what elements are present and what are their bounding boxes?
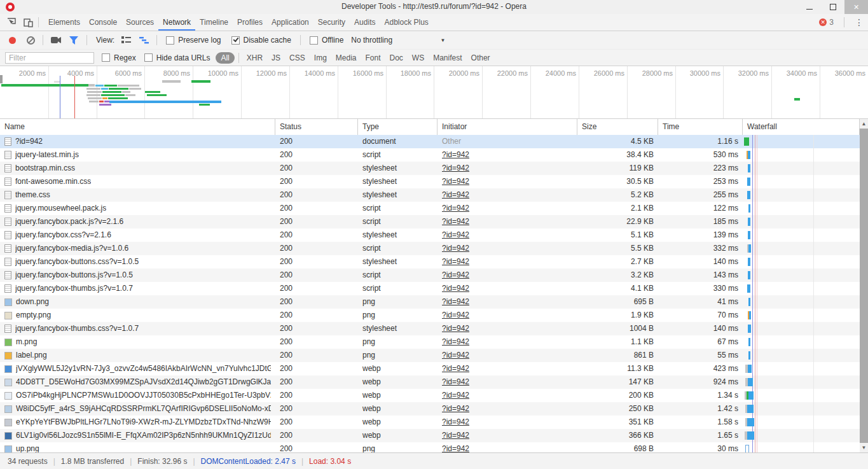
table-row[interactable]: ?id=942200documentOther4.5 KB1.16 s <box>0 135 868 148</box>
table-row[interactable]: jquery.fancybox-thumbs.js?v=1.0.7200scri… <box>0 282 868 295</box>
scroll-up-icon[interactable]: ▲ <box>860 119 868 129</box>
tab-profiles[interactable]: Profiles <box>233 14 267 31</box>
initiator-link[interactable]: ?id=942 <box>442 444 469 452</box>
screenshot-camera-icon[interactable] <box>51 35 61 45</box>
initiator-link[interactable]: ?id=942 <box>442 404 469 413</box>
column-header-initiator[interactable]: Initiator <box>437 119 577 135</box>
initiator-link[interactable]: ?id=942 <box>442 311 469 319</box>
scroll-down-icon[interactable]: ▼ <box>860 443 868 452</box>
filter-input[interactable] <box>5 52 94 64</box>
table-row[interactable]: theme.css200stylesheet?id=9425.2 KB255 m… <box>0 188 868 202</box>
initiator-link[interactable]: ?id=942 <box>442 177 469 186</box>
table-row[interactable]: 4DD8TT_D5EWoHd7G03MX99MZSpAJVsdX2d14QJiw… <box>0 375 868 389</box>
table-row[interactable]: jquery.fancybox.pack.js?v=2.1.6200script… <box>0 215 868 228</box>
preserve-log-checkbox[interactable]: Preserve log <box>166 36 221 45</box>
minimize-button[interactable] <box>797 0 821 14</box>
initiator-link[interactable]: ?id=942 <box>442 431 469 440</box>
table-row[interactable]: m.png200png?id=9421.1 KB67 ms <box>0 335 868 349</box>
initiator-link[interactable]: ?id=942 <box>442 364 469 373</box>
initiator-link[interactable]: ?id=942 <box>442 284 469 293</box>
initiator-link[interactable]: ?id=942 <box>442 417 469 426</box>
initiator-link[interactable]: ?id=942 <box>442 204 469 213</box>
table-row[interactable]: empty.png200png?id=9421.9 KB70 ms <box>0 309 868 322</box>
initiator-link[interactable]: ?id=942 <box>442 391 469 400</box>
table-row[interactable]: jVXglyWWL5J2y1vRN-7Jy3_ozvvZc4w5486IAkbA… <box>0 362 868 375</box>
offline-checkbox[interactable]: Offline <box>310 36 343 45</box>
table-row[interactable]: font-awesome.min.css200stylesheet?id=942… <box>0 175 868 188</box>
table-row[interactable]: 6LV1ig0vl56LJozc9S1n55lMI-E_FfqXAm02IP3p… <box>0 429 868 442</box>
record-button[interactable] <box>9 37 16 44</box>
tab-security[interactable]: Security <box>313 14 350 31</box>
initiator-link[interactable]: ?id=942 <box>442 217 469 226</box>
initiator-link[interactable]: ?id=942 <box>442 337 469 346</box>
table-row[interactable]: jquery.fancybox-buttons.js?v=1.0.5200scr… <box>0 269 868 282</box>
table-row[interactable]: jquery.fancybox.css?v=2.1.6200stylesheet… <box>0 228 868 242</box>
initiator-link[interactable]: ?id=942 <box>442 257 469 266</box>
filter-funnel-icon[interactable] <box>69 35 79 45</box>
column-header-size[interactable]: Size <box>577 119 658 135</box>
scrollbar-thumb[interactable] <box>860 129 868 443</box>
menu-kebab-icon[interactable]: ⋮ <box>855 17 863 27</box>
tab-audits[interactable]: Audits <box>350 14 380 31</box>
filter-type-other[interactable]: Other <box>467 53 495 62</box>
column-header-status[interactable]: Status <box>275 119 358 135</box>
initiator-link[interactable]: ?id=942 <box>442 297 469 306</box>
table-row[interactable]: jquery.fancybox-buttons.css?v=1.0.5200st… <box>0 255 868 269</box>
column-header-waterfall[interactable]: Waterfall <box>743 119 860 135</box>
filter-type-ws[interactable]: WS <box>408 53 429 62</box>
error-badge-icon[interactable]: ✕ <box>819 18 827 26</box>
table-row[interactable]: bootstrap.min.css200stylesheet?id=942119… <box>0 162 868 175</box>
table-row[interactable]: jquery.fancybox-media.js?v=1.0.6200scrip… <box>0 242 868 255</box>
regex-checkbox[interactable]: Regex <box>102 53 136 62</box>
device-toolbar-icon[interactable] <box>23 17 33 27</box>
vertical-scrollbar[interactable]: ▲ ▼ <box>860 119 868 452</box>
restore-button[interactable] <box>821 0 844 14</box>
tab-sources[interactable]: Sources <box>121 14 158 31</box>
filter-type-media[interactable]: Media <box>331 53 361 62</box>
tab-network[interactable]: Network <box>158 14 195 31</box>
filter-type-xhr[interactable]: XHR <box>242 53 267 62</box>
initiator-link[interactable]: ?id=942 <box>442 164 469 172</box>
table-row[interactable]: OS7iPb4kgHjPLNCP7MSWu1D0OOVJJT05030B5cPx… <box>0 389 868 402</box>
filter-type-manifest[interactable]: Manifest <box>429 53 466 62</box>
initiator-link[interactable]: ?id=942 <box>442 377 469 386</box>
network-overview-timeline[interactable]: 2000 ms4000 ms6000 ms8000 ms10000 ms1200… <box>0 66 868 119</box>
initiator-link[interactable]: ?id=942 <box>442 351 469 360</box>
view-list-icon[interactable] <box>121 35 131 45</box>
table-row[interactable]: down.png200png?id=942695 B41 ms <box>0 295 868 309</box>
table-row[interactable]: eYKpYeYtFBWJbPltLHGr7LNoT9i9-XWzR-mJ-ZLY… <box>0 416 868 429</box>
filter-type-css[interactable]: CSS <box>285 53 310 62</box>
initiator-link[interactable]: ?id=942 <box>442 190 469 199</box>
table-row[interactable]: label.png200png?id=942861 B55 ms <box>0 349 868 362</box>
inspect-element-icon[interactable] <box>6 17 17 27</box>
initiator-link[interactable]: ?id=942 <box>442 150 469 159</box>
column-header-type[interactable]: Type <box>358 119 437 135</box>
tab-adblock-plus[interactable]: Adblock Plus <box>380 14 432 31</box>
initiator-link[interactable]: ?id=942 <box>442 270 469 279</box>
tab-console[interactable]: Console <box>85 14 121 31</box>
table-row[interactable]: up.png200png?id=942698 B30 ms <box>0 442 868 452</box>
initiator-link[interactable]: ?id=942 <box>442 324 469 333</box>
column-header-time[interactable]: Time <box>658 119 743 135</box>
table-row[interactable]: jquery.fancybox-thumbs.css?v=1.0.7200sty… <box>0 322 868 335</box>
filter-type-img[interactable]: Img <box>310 53 331 62</box>
initiator-link[interactable]: ?id=942 <box>442 230 469 239</box>
tab-timeline[interactable]: Timeline <box>195 14 233 31</box>
table-row[interactable]: W8iDC5yfF_a4rS_S9jAHCqRDSSRPrmKL7QArfIRI… <box>0 402 868 416</box>
filter-type-font[interactable]: Font <box>361 53 385 62</box>
table-row[interactable]: jquery.mousewheel.pack.js200script?id=94… <box>0 202 868 215</box>
filter-type-all[interactable]: All <box>216 52 234 64</box>
close-button[interactable]: ✕ <box>844 0 868 14</box>
throttling-dropdown[interactable]: No throttling ▼ <box>351 36 445 45</box>
filter-type-doc[interactable]: Doc <box>385 53 408 62</box>
table-row[interactable]: jquery-latest.min.js200script?id=94238.4… <box>0 148 868 162</box>
filter-type-js[interactable]: JS <box>267 53 285 62</box>
tab-application[interactable]: Application <box>267 14 313 31</box>
hide-data-urls-checkbox[interactable]: Hide data URLs <box>144 53 210 62</box>
tab-elements[interactable]: Elements <box>44 14 85 31</box>
clear-button[interactable] <box>27 36 35 45</box>
column-header-name[interactable]: Name <box>0 119 275 135</box>
initiator-link[interactable]: ?id=942 <box>442 244 469 253</box>
view-waterfall-icon[interactable] <box>139 35 149 45</box>
disable-cache-checkbox[interactable]: Disable cache <box>231 36 291 45</box>
